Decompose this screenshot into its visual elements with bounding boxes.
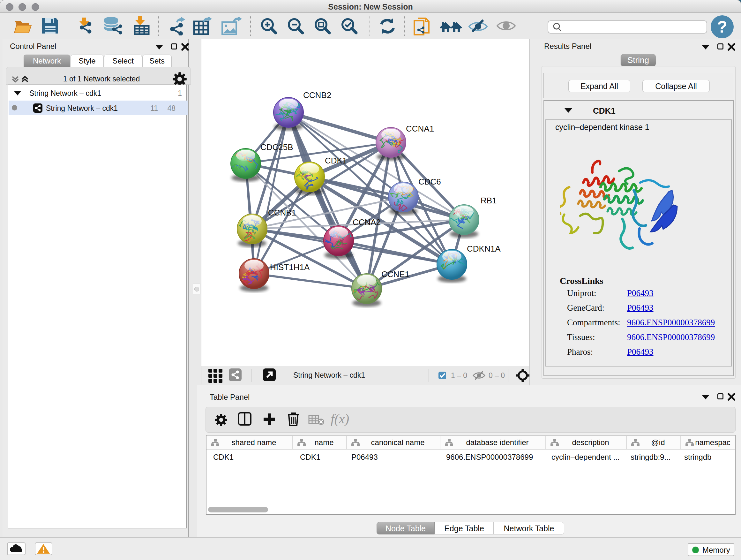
svg-text:CCNB1: CCNB1 bbox=[268, 208, 296, 217]
svg-text:CCNA2: CCNA2 bbox=[353, 217, 381, 227]
svg-text:CCNA1: CCNA1 bbox=[406, 124, 434, 133]
svg-text:RB1: RB1 bbox=[481, 196, 497, 205]
svg-text:CDK1: CDK1 bbox=[325, 156, 347, 165]
svg-text:CDC6: CDC6 bbox=[418, 177, 441, 186]
svg-text:CDC25B: CDC25B bbox=[260, 142, 293, 152]
svg-text:HIST1H1A: HIST1H1A bbox=[270, 262, 310, 272]
svg-text:CCNB2: CCNB2 bbox=[303, 90, 331, 100]
svg-text:CCNE1: CCNE1 bbox=[381, 269, 409, 279]
svg-text:CDKN1A: CDKN1A bbox=[467, 244, 501, 253]
